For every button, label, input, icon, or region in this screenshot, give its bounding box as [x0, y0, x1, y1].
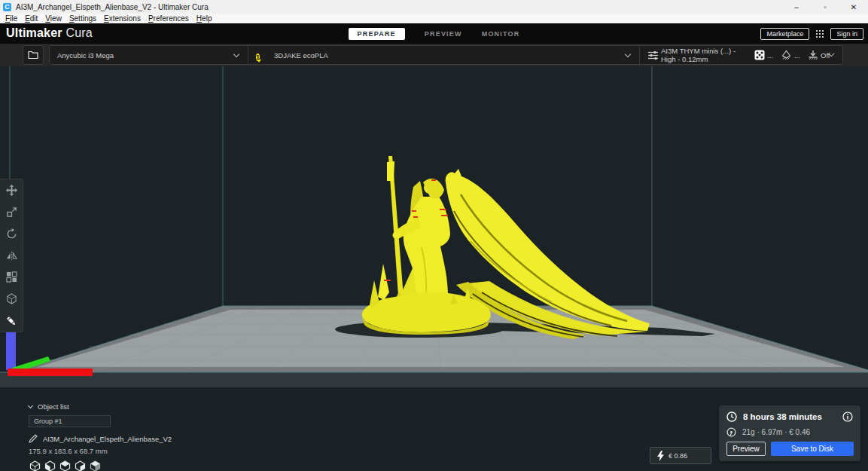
profile-summary: AI3M THYM minis (...) - High - 0.12mm	[661, 47, 747, 63]
menu-settings[interactable]: Settings	[65, 14, 100, 23]
mirror-tool[interactable]	[0, 245, 23, 267]
maximize-icon[interactable]: ▫	[811, 0, 839, 14]
chevron-down-icon	[28, 403, 33, 408]
adhesion-value: Off	[821, 51, 830, 60]
spool-icon	[726, 427, 736, 437]
scale-icon	[6, 206, 17, 218]
object-group-item[interactable]: Group #1	[29, 415, 111, 427]
sliders-icon	[647, 50, 659, 60]
material-selector[interactable]: 1 3DJAKE ecoPLA	[248, 46, 639, 64]
configuration-bar: Anycubic i3 Mega 1 3DJAKE ecoPLA AI3M TH…	[0, 44, 868, 66]
infill-value: ...	[767, 51, 773, 60]
infill-icon	[754, 50, 765, 60]
chevron-down-icon	[625, 50, 631, 57]
menu-view[interactable]: View	[41, 14, 65, 23]
support-blocker-icon	[6, 293, 17, 304]
print-settings-selector[interactable]: AI3M THYM minis (...) - High - 0.12mm ..…	[639, 46, 842, 64]
material-name: 3DJAKE ecoPLA	[274, 51, 328, 60]
mirror-icon	[6, 250, 17, 261]
support-value: ...	[794, 51, 800, 60]
support-blocker-tool[interactable]	[0, 288, 23, 310]
object-list-panel: Object list Group #1 AI3M_Archangel_Elsp…	[29, 402, 172, 471]
tab-monitor[interactable]: MONITOR	[482, 30, 520, 38]
printer-name: Anycubic i3 Mega	[57, 51, 114, 60]
view-right-button[interactable]	[89, 460, 101, 471]
marketplace-button[interactable]: Marketplace	[760, 28, 809, 40]
cura-window: C AI3M_Archangel_Elspeth_Alienbase_V2 - …	[0, 0, 868, 471]
print-summary-panel: 8 hours 38 minutes 21g · 6.97m · € 0.46 …	[719, 405, 860, 461]
titlebar: C AI3M_Archangel_Elspeth_Alienbase_V2 - …	[0, 0, 868, 14]
z-axis	[6, 329, 16, 370]
support-icon	[781, 50, 792, 60]
power-cost-tag: € 0.86	[650, 447, 711, 464]
open-file-button[interactable]	[23, 45, 44, 65]
window-title: AI3M_Archangel_Elspeth_Alienbase_V2 - Ul…	[16, 3, 209, 11]
close-icon[interactable]: ✕	[839, 0, 868, 14]
selected-model-row[interactable]: AI3M_Archangel_Elspeth_Alienbase_V2	[29, 434, 172, 443]
view-top-button[interactable]	[59, 460, 71, 471]
lightning-icon	[657, 451, 664, 461]
folder-icon	[28, 50, 38, 60]
move-tool[interactable]	[0, 179, 23, 201]
menu-extensions[interactable]: Extensions	[100, 14, 145, 23]
signin-button[interactable]: Sign in	[830, 28, 863, 40]
apps-grid-icon[interactable]	[815, 29, 824, 38]
extruder-icon: 1	[256, 49, 268, 61]
measure-tool[interactable]	[0, 310, 23, 332]
adhesion-icon	[808, 50, 818, 60]
x-axis	[8, 369, 93, 376]
stage-tabs: PREPARE PREVIEW MONITOR	[0, 23, 868, 44]
model-name: AI3M_Archangel_Elspeth_Alienbase_V2	[43, 435, 172, 443]
tab-preview[interactable]: PREVIEW	[425, 30, 462, 38]
cura-app-icon: C	[3, 3, 11, 11]
configuration-control: Anycubic i3 Mega 1 3DJAKE ecoPLA AI3M TH…	[49, 45, 843, 65]
edit-pencil-icon	[29, 434, 38, 443]
object-list-label: Object list	[38, 402, 69, 411]
object-list-header[interactable]: Object list	[29, 402, 172, 411]
menu-file[interactable]: File	[2, 14, 21, 23]
tool-panel	[0, 179, 23, 332]
power-cost-value: € 0.86	[669, 452, 687, 460]
view-front-button[interactable]	[44, 460, 56, 471]
per-model-settings-tool[interactable]	[0, 266, 23, 288]
app-header: Ultimaker Cura PREPARE PREVIEW MONITOR M…	[0, 23, 868, 44]
scale-tool[interactable]	[0, 201, 23, 223]
print-time-estimate: 8 hours 38 minutes	[743, 412, 822, 421]
menubar: File Edit View Settings Extensions Prefe…	[0, 14, 868, 23]
model-dimensions: 175.9 x 183.6 x 68.7 mm	[29, 447, 172, 455]
view-left-button[interactable]	[74, 460, 86, 471]
tab-prepare[interactable]: PREPARE	[349, 28, 405, 40]
menu-edit[interactable]: Edit	[21, 14, 41, 23]
move-icon	[6, 185, 17, 196]
per-model-settings-icon	[6, 271, 17, 283]
minimize-icon[interactable]: –	[782, 0, 811, 14]
rotate-tool[interactable]	[0, 223, 23, 245]
rotate-icon	[6, 228, 17, 240]
view-3d-button[interactable]	[29, 460, 41, 471]
viewport-3d[interactable]: Object list Group #1 AI3M_Archangel_Elsp…	[0, 66, 868, 471]
chevron-down-icon	[233, 50, 239, 57]
preview-button[interactable]: Preview	[726, 442, 766, 456]
menu-help[interactable]: Help	[193, 14, 216, 23]
save-to-disk-button[interactable]: Save to Disk	[771, 442, 854, 456]
printer-selector[interactable]: Anycubic i3 Mega	[50, 46, 248, 64]
camera-view-buttons	[29, 460, 172, 471]
clock-icon	[726, 411, 737, 422]
info-icon[interactable]	[842, 411, 853, 422]
menu-preferences[interactable]: Preferences	[145, 14, 193, 23]
material-usage: 21g · 6.97m · € 0.46	[742, 428, 810, 436]
measure-pencil-icon	[5, 315, 17, 327]
